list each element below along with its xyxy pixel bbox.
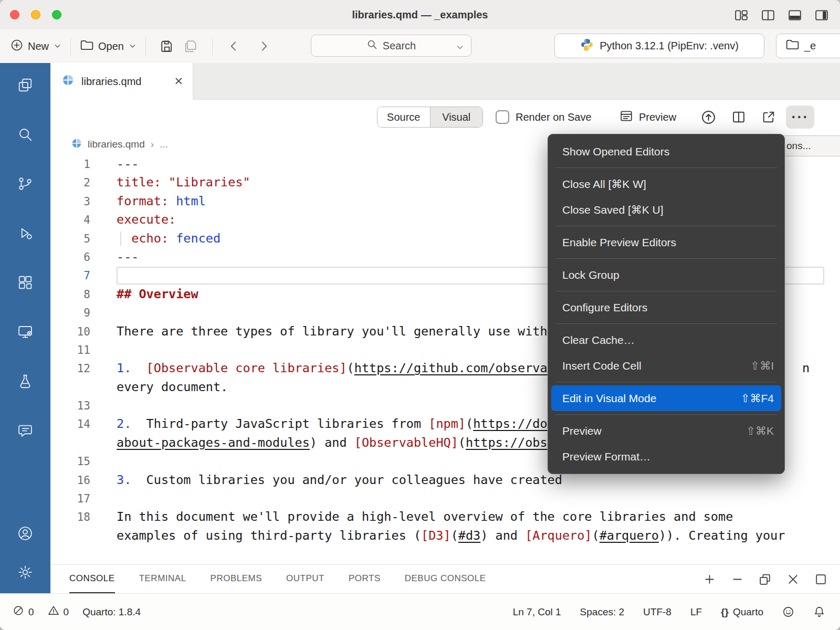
panel-tab-debug-console[interactable]: DEBUG CONSOLE [405, 565, 486, 593]
menu-item-insert-code-cell[interactable]: Insert Code Cell⇧⌘I [548, 353, 784, 379]
run-debug-icon[interactable] [14, 222, 37, 245]
menu-item-preview-format[interactable]: Preview Format… [548, 444, 784, 469]
language-mode[interactable]: {} Quarto [721, 606, 763, 618]
menu-item-label: Close All [⌘K W] [562, 178, 774, 191]
menu-item-lock-group[interactable]: Lock Group [548, 262, 784, 288]
open-external-icon[interactable] [760, 109, 777, 125]
code-line[interactable]: own libraries is covered in the article … [50, 545, 840, 545]
menu-item-edit-in-visual-mode[interactable]: Edit in Visual Mode⇧⌘F4 [551, 385, 781, 411]
line-number: 10 [50, 323, 90, 341]
menu-item-clear-cache[interactable]: Clear Cache… [548, 327, 784, 353]
menu-item-label: Enable Preview Editors [562, 236, 774, 249]
menu-item-preview[interactable]: Preview⇧⌘K [548, 418, 784, 444]
line-number: 8 [50, 286, 90, 304]
menu-item-label: Edit in Visual Mode [562, 392, 731, 405]
source-mode-button[interactable]: Source [377, 107, 430, 127]
tab-libraries-qmd[interactable]: libraries.qmd ✕ [50, 63, 193, 100]
panel-tab-output[interactable]: OUTPUT [286, 565, 324, 593]
comments-icon[interactable] [14, 419, 37, 442]
code-text: --- [117, 249, 139, 264]
close-tab-icon[interactable]: ✕ [174, 75, 183, 88]
render-on-save-checkbox[interactable] [496, 110, 509, 124]
layout-right-panel-icon[interactable] [814, 8, 828, 22]
panel-tab-console[interactable]: CONSOLE [69, 565, 115, 593]
preview-icon [620, 109, 633, 125]
visual-mode-button[interactable]: Visual [430, 107, 483, 127]
language-label: Quarto [733, 606, 763, 618]
folder-icon [80, 38, 93, 55]
menu-item-shortcut: ⇧⌘F4 [741, 392, 774, 405]
chevron-down-icon[interactable] [456, 42, 464, 54]
forward-icon[interactable] [257, 39, 271, 53]
line-number: 16 [50, 471, 90, 490]
panel-tab-terminal[interactable]: TERMINAL [139, 565, 186, 593]
source-control-icon[interactable] [14, 172, 37, 195]
split-editor-icon[interactable] [730, 109, 747, 125]
interpreter-selector[interactable]: Python 3.12.1 (PipEnv: .venv) [554, 34, 764, 58]
menu-item-shortcut: ⇧⌘K [746, 425, 774, 437]
code-text: title: "Libraries" [117, 175, 250, 190]
code-text: about-packages-and-modules) and [Observa… [117, 435, 548, 450]
context-menu: Show Opened EditorsClose All [⌘K W]Close… [548, 134, 785, 474]
menu-item-enable-preview-editors[interactable]: Enable Preview Editors [548, 229, 784, 255]
restore-panel-icon[interactable] [758, 572, 772, 586]
search-sidebar-icon[interactable] [14, 123, 37, 146]
save-all-icon[interactable] [184, 39, 198, 53]
testing-flask-icon[interactable] [14, 370, 37, 393]
eol-sequence[interactable]: LF [690, 606, 702, 618]
code-text: In this document we'll provide a high-le… [117, 509, 733, 524]
interpreter-label: Python 3.12.1 (PipEnv: .venv) [600, 40, 739, 52]
indentation[interactable]: Spaces: 2 [580, 606, 625, 618]
line-number: 14 [50, 415, 90, 434]
connections-icon[interactable] [14, 320, 37, 343]
quarto-version[interactable]: Quarto: 1.8.4 [82, 606, 141, 618]
more-actions-button[interactable]: ··· [786, 106, 814, 129]
menu-separator [555, 167, 777, 168]
breadcrumb-file[interactable]: libraries.qmd [88, 139, 145, 150]
new-button[interactable]: New [10, 39, 61, 54]
code-line[interactable]: examples of using third-party libraries … [50, 527, 840, 545]
close-panel-icon[interactable] [786, 572, 800, 586]
problems-warnings[interactable]: 0 [48, 605, 69, 619]
search-input[interactable]: Search [311, 35, 471, 57]
minimize-panel-icon[interactable] [730, 572, 744, 586]
open-button[interactable]: Open [80, 38, 136, 55]
menu-item-close-saved-k-u[interactable]: Close Saved [⌘K U] [548, 197, 784, 223]
error-count: 0 [28, 606, 34, 618]
maximize-panel-icon[interactable] [814, 572, 827, 586]
code-text: 2. Third-party JavaScript libraries from… [117, 416, 548, 431]
menu-item-close-all-k-w[interactable]: Close All [⌘K W] [548, 171, 784, 197]
panel-tab-problems[interactable]: PROBLEMS [211, 565, 262, 593]
add-console-icon[interactable] [702, 572, 716, 586]
code-line[interactable]: 18In this document we'll provide a high-… [50, 508, 840, 526]
line-number: 4 [50, 211, 90, 229]
settings-gear-icon[interactable] [14, 561, 37, 584]
notifications-bell-icon[interactable] [813, 606, 825, 618]
menu-separator [555, 258, 777, 259]
panel-tab-ports[interactable]: PORTS [349, 565, 381, 593]
code-line[interactable]: 17 [50, 489, 840, 508]
layout-split-icon[interactable] [761, 8, 775, 22]
layout-grid-icon[interactable] [734, 8, 748, 22]
partial-tooltip-text: ons... [786, 140, 811, 152]
layout-bottom-panel-icon[interactable] [788, 8, 802, 22]
save-icon[interactable] [160, 39, 174, 53]
extensions-icon[interactable] [14, 271, 37, 294]
preview-button[interactable]: Preview [620, 100, 676, 134]
line-number: 13 [50, 397, 90, 415]
explorer-icon[interactable] [14, 74, 37, 97]
warning-icon [48, 605, 59, 619]
menu-item-configure-editors[interactable]: Configure Editors [548, 295, 784, 320]
cursor-position[interactable]: Ln 7, Col 1 [513, 606, 561, 618]
breadcrumb-ellipsis[interactable]: ... [160, 139, 168, 150]
workspace-button[interactable]: _e [776, 34, 840, 58]
menu-item-label: Configure Editors [562, 301, 774, 314]
line-number: 9 [50, 304, 90, 322]
problems-errors[interactable]: 0 [13, 605, 34, 619]
publish-icon[interactable] [700, 109, 717, 125]
encoding[interactable]: UTF-8 [643, 606, 671, 618]
account-icon[interactable] [14, 522, 37, 545]
back-icon[interactable] [227, 39, 240, 53]
menu-item-show-opened-editors[interactable]: Show Opened Editors [548, 139, 784, 164]
feedback-smiley-icon[interactable] [782, 606, 794, 618]
